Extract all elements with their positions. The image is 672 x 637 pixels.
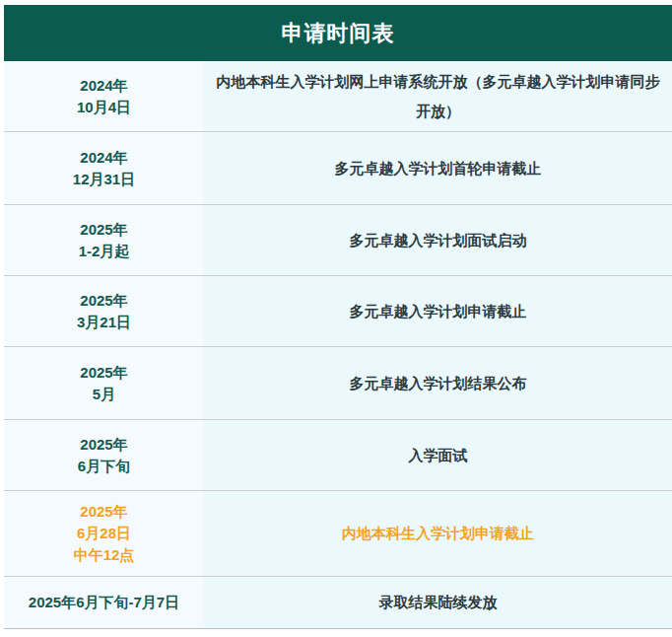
event-cell: 录取结果陆续发放 [204, 577, 672, 628]
date-cell: 2025年 6月28日 中午12点 [4, 491, 204, 576]
date-cell: 2025年 3月21日 [4, 276, 204, 346]
date-cell: 2025年 5月 [4, 347, 204, 419]
event-cell: 入学面试 [204, 420, 672, 490]
table-row: 2024年 10月4日 内地本科生入学计划网上申请系统开放（多元卓越入学计划申请… [4, 61, 672, 131]
event-cell: 内地本科生入学计划网上申请系统开放（多元卓越入学计划申请同步开放） [204, 61, 672, 131]
table-row: 2025年 6月下旬 入学面试 [4, 419, 672, 490]
table-row-highlighted: 2025年 6月28日 中午12点 内地本科生入学计划申请截止 [4, 490, 672, 576]
event-cell: 多元卓越入学计划结果公布 [204, 347, 672, 419]
application-timetable: 申请时间表 2024年 10月4日 内地本科生入学计划网上申请系统开放（多元卓越… [4, 5, 672, 629]
table-row: 2025年6月下旬-7月7日 录取结果陆续发放 [4, 576, 672, 628]
date-cell: 2025年 1-2月起 [4, 205, 204, 275]
table-row: 2025年 3月21日 多元卓越入学计划申请截止 [4, 275, 672, 346]
table-row: 2025年 1-2月起 多元卓越入学计划面试启动 [4, 204, 672, 275]
date-cell: 2025年6月下旬-7月7日 [4, 577, 204, 628]
table-row: 2024年 12月31日 多元卓越入学计划首轮申请截止 [4, 131, 672, 204]
date-cell: 2024年 10月4日 [4, 61, 204, 131]
event-cell: 内地本科生入学计划申请截止 [204, 491, 672, 576]
date-cell: 2025年 6月下旬 [4, 420, 204, 490]
date-cell: 2024年 12月31日 [4, 132, 204, 204]
table-title: 申请时间表 [4, 5, 672, 61]
event-cell: 多元卓越入学计划申请截止 [204, 276, 672, 346]
table-row: 2025年 5月 多元卓越入学计划结果公布 [4, 346, 672, 419]
event-cell: 多元卓越入学计划面试启动 [204, 205, 672, 275]
event-cell: 多元卓越入学计划首轮申请截止 [204, 132, 672, 204]
